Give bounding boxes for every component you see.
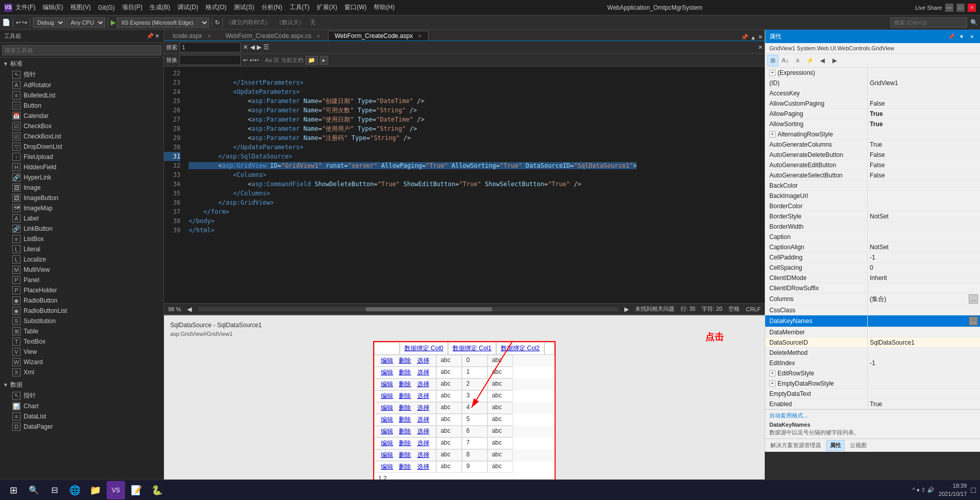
live-share-label[interactable]: Live Share — [915, 5, 942, 11]
props-row-autogendel[interactable]: AutoGenerateDeleteButton False — [765, 150, 980, 160]
gv-header-col2[interactable]: 数据绑定 Col2 — [496, 342, 544, 355]
toolbox-item-xml[interactable]: X Xml — [0, 367, 164, 377]
props-row-datasourceid[interactable]: DataSourceID SqlDataSource1 — [765, 337, 980, 348]
gv-delete-link[interactable]: 删除 — [397, 462, 413, 471]
props-row-cssclass[interactable]: CssClass — [765, 305, 980, 315]
toolbox-item-localize[interactable]: L Localize — [0, 254, 164, 265]
gv-header-col1[interactable]: 数据绑定 Col1 — [448, 342, 496, 355]
solution-explorer-tab[interactable]: 解决方案资源管理器 — [767, 441, 824, 450]
props-row-deletemethod[interactable]: DeleteMethod — [765, 348, 980, 358]
props-navigate-btn[interactable]: ◀ — [816, 55, 828, 66]
toolbox-item-label[interactable]: A Label — [0, 213, 164, 224]
tab-close-icon-3[interactable]: ✕ — [418, 33, 422, 39]
gv-delete-link[interactable]: 删除 — [397, 450, 413, 459]
refresh-icon[interactable]: ↻ — [215, 19, 220, 26]
menu-edit[interactable]: 编辑(E) — [43, 3, 63, 12]
menu-test[interactable]: 测试(S) — [234, 3, 254, 12]
gv-edit-link[interactable]: 编辑 — [379, 368, 395, 377]
props-row-autogencols[interactable]: AutoGenerateColumns True — [765, 139, 980, 150]
taskbar-explorer-btn[interactable]: 📁 — [86, 481, 105, 499]
gv-header-col0[interactable]: 数据绑定 Col0 — [400, 342, 448, 355]
tab-webform-aspx[interactable]: WebForm_CreateCode.aspx ✕ — [328, 31, 428, 41]
toolbox-item-literal[interactable]: L Literal — [0, 244, 164, 254]
taskbar-python-btn[interactable]: 🐍 — [148, 481, 166, 499]
datakeynames-btn[interactable]: … — [969, 316, 978, 326]
toolbox-item-linkbutton[interactable]: 🔗 LinkButton — [0, 224, 164, 234]
toolbox-item-radiobuttonlist[interactable]: ◉ RadioButtonList — [0, 306, 164, 316]
menu-format[interactable]: 格式(O) — [206, 3, 227, 12]
scroll-right-btn[interactable]: ▶ — [624, 306, 629, 313]
gv-delete-link[interactable]: 删除 — [397, 356, 413, 365]
toolbox-item-wizard[interactable]: W Wizard — [0, 357, 164, 367]
expand-btn-alt[interactable]: + — [769, 131, 775, 137]
menu-project[interactable]: 项目(P) — [122, 3, 142, 12]
props-pin-btn[interactable]: 📌 — [947, 32, 955, 41]
toolbox-item-panel[interactable]: P Panel — [0, 275, 164, 285]
gv-delete-link[interactable]: 删除 — [397, 403, 413, 412]
toolbox-item-bulletedlist[interactable]: ≡ BulletedList — [0, 90, 164, 101]
props-row-captionalign[interactable]: CaptionAlign NotSet — [765, 242, 980, 252]
taskbar-notification[interactable]: □ — [971, 486, 976, 495]
props-val-datakeynames[interactable]: … — [868, 315, 980, 327]
props-row-allowcustompaging[interactable]: AllowCustomPaging False — [765, 98, 980, 109]
props-row-allowpaging[interactable]: AllowPaging True — [765, 109, 980, 119]
gv-edit-link[interactable]: 编辑 — [379, 403, 395, 412]
search-expand-btn[interactable]: ▸ — [320, 56, 328, 65]
gv-select-link[interactable]: 选择 — [415, 368, 432, 377]
maximize-button[interactable]: □ — [956, 4, 965, 12]
props-row-datamember[interactable]: DataMember — [765, 327, 980, 337]
toolbox-item-table[interactable]: ⊞ Table — [0, 326, 164, 336]
props-row-allowsorting[interactable]: AllowSorting True — [765, 119, 980, 129]
gv-select-link[interactable]: 选择 — [415, 356, 432, 365]
toolbox-item-checkbox[interactable]: ☑ CheckBox — [0, 121, 164, 131]
gv-delete-link[interactable]: 删除 — [397, 391, 413, 401]
props-row-emptydatatext[interactable]: EmptyDataText — [765, 389, 980, 399]
code-text[interactable]: </InsertParameters> <UpdateParameters> <… — [185, 67, 765, 303]
tab-icode[interactable]: icode.aspx ✕ — [166, 31, 218, 41]
search-icon[interactable]: 🔍 — [970, 19, 978, 26]
menu-git[interactable]: Git(G) — [98, 4, 115, 11]
props-row-editrowstyle[interactable]: + EditRowStyle — [765, 368, 980, 378]
toolbox-section-standard-header[interactable]: ▼ 标准 — [0, 58, 164, 69]
replace-one-icon[interactable]: ↩ — [243, 57, 248, 64]
props-row-autogensel[interactable]: AutoGenerateSelectButton False — [765, 170, 980, 181]
menu-build[interactable]: 生成(B) — [150, 3, 170, 12]
toolbox-item-data-pointer[interactable]: ↖ 指针 — [0, 390, 164, 401]
gv-delete-link[interactable]: 删除 — [397, 427, 413, 436]
minimize-button[interactable]: — — [945, 4, 953, 12]
menu-file[interactable]: 文件(F) — [15, 3, 35, 12]
gv-edit-link[interactable]: 编辑 — [379, 415, 395, 424]
gv-select-link[interactable]: 选择 — [415, 462, 432, 471]
platform-select[interactable]: Any CPU — [66, 17, 105, 28]
run-button[interactable]: ▶ — [111, 18, 116, 26]
find-prev-icon[interactable]: ◀ — [250, 44, 255, 51]
taskbar-search-btn[interactable]: 🔍 — [25, 481, 43, 499]
props-row-emptydatarowstyle[interactable]: + EmptyDataRowStyle — [765, 378, 980, 389]
toolbox-item-image[interactable]: 🖼 Image — [0, 183, 164, 193]
props-sort-alpha-btn[interactable]: A↓ — [780, 55, 791, 66]
replace-all-icon[interactable]: ↩↩ — [250, 57, 259, 64]
gv-select-link[interactable]: 选择 — [415, 379, 432, 389]
gv-delete-link[interactable]: 删除 — [397, 368, 413, 377]
gv-delete-link[interactable]: 删除 — [397, 379, 413, 389]
scroll-left-btn[interactable]: ◀ — [187, 306, 192, 313]
find-next-icon[interactable]: ▶ — [257, 44, 261, 51]
toolbox-item-hiddenfield[interactable]: H HiddenField — [0, 162, 164, 172]
toolbox-item-button[interactable]: □ Button — [0, 101, 164, 111]
taskbar-taskview-btn[interactable]: ⊟ — [45, 481, 64, 499]
props-row-accesskey[interactable]: AccessKey — [765, 88, 980, 98]
columns-collection-btn[interactable]: … — [969, 294, 978, 304]
props-row-autogenedit[interactable]: AutoGenerateEditButton False — [765, 160, 980, 170]
tab-close-icon[interactable]: ✕ — [207, 33, 211, 39]
undo-icon[interactable]: ↩ — [16, 19, 21, 26]
properties-footer-tab[interactable]: 属性 — [826, 440, 845, 451]
taskbar-note-btn[interactable]: 📝 — [127, 481, 146, 499]
tab-webform-cs[interactable]: WebForm_CreateCode.aspx.cs ✕ — [219, 31, 327, 41]
props-row-cellpadding[interactable]: CellPadding -1 — [765, 252, 980, 263]
toolbox-item-view[interactable]: V View — [0, 347, 164, 357]
toolbar-icon-new[interactable]: 📄 — [2, 18, 10, 26]
props-close-btn[interactable]: ✕ — [968, 32, 976, 41]
toolbox-item-datalist[interactable]: ≡ DataList — [0, 411, 164, 422]
props-row-borderwidth[interactable]: BorderWidth — [765, 222, 980, 232]
props-row-caption[interactable]: Caption — [765, 232, 980, 242]
